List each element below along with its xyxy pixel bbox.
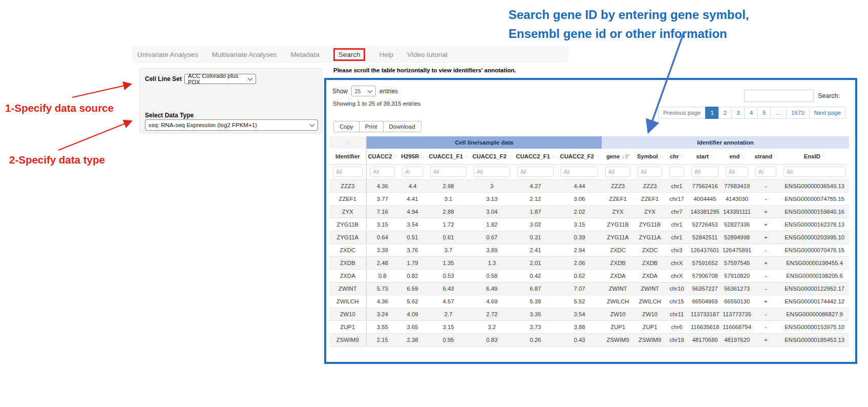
filter-input-symbol[interactable] xyxy=(638,167,662,177)
page-button-1[interactable]: 1 xyxy=(705,107,718,119)
cell-cuacc2-f2: 3.06 xyxy=(557,192,602,205)
filter-cell xyxy=(470,164,514,179)
nav-item-video-tutorial[interactable]: Video tutorial xyxy=(407,51,448,58)
cell-start: 126437601 xyxy=(688,243,722,256)
column-header-ensid[interactable]: EnsID↑↓ xyxy=(780,149,849,164)
filter-input-cuacc1-f1[interactable] xyxy=(430,167,467,177)
copy-button[interactable]: Copy xyxy=(333,121,359,132)
nav-item-metadata[interactable]: Metadata xyxy=(290,51,319,58)
page-button-3[interactable]: 3 xyxy=(731,107,745,119)
print-button[interactable]: Print xyxy=(359,121,384,132)
column-header-cuacc2[interactable]: CUACC2↑↓ xyxy=(366,149,398,164)
column-header-end[interactable]: end↑↓ xyxy=(722,149,752,164)
page-button-1573[interactable]: 1573 xyxy=(786,107,810,119)
blue-annotation-line1: Search gene ID by entering gene symbol, xyxy=(509,5,816,24)
cell-ensid: ENSG00000174442.12 xyxy=(780,295,849,308)
page-button-2[interactable]: 2 xyxy=(718,107,732,119)
cell-gene: ZXDC xyxy=(602,243,634,256)
next-page-button[interactable]: Next page xyxy=(809,107,846,119)
cell-cuacc2: 2.15 xyxy=(366,333,398,346)
results-panel: Show 25 entries Showing 1 to 25 of 39,31… xyxy=(324,78,857,364)
cell-end: 52894998 xyxy=(722,231,752,243)
cell-identifier: ZWILCH xyxy=(329,295,366,308)
filter-cell xyxy=(780,164,849,179)
navbar: Univariate AnalysesMultivariate Analyses… xyxy=(132,46,568,63)
filter-input-cuacc2[interactable] xyxy=(370,167,395,177)
cell-start: 116635618 xyxy=(688,320,722,333)
column-header-cuacc1-f1[interactable]: CUACC1_F1↑↓ xyxy=(427,149,470,164)
cell-symbol: ZWILCH xyxy=(634,295,666,308)
page-ellipsis[interactable]: … xyxy=(770,107,787,119)
data-type-select[interactable]: xsq: RNA-seq Expression (log2 FPKM+1) xyxy=(145,119,318,131)
filter-input-strand[interactable] xyxy=(755,167,776,177)
sort-icon: ↑↓ xyxy=(774,154,777,159)
nav-item-univariate-analyses[interactable]: Univariate Analyses xyxy=(137,51,198,58)
cell-ensid: ENSG00000198205.6 xyxy=(780,269,849,282)
cell-start: 48170680 xyxy=(688,333,722,346)
chevron-down-icon xyxy=(248,76,253,81)
sort-icon: ↑↓ xyxy=(741,154,745,159)
cell-cuacc1-f2: 6.49 xyxy=(470,282,514,295)
previous-page-button[interactable]: Previous page xyxy=(658,107,706,119)
nav-item-search[interactable]: Search xyxy=(333,48,366,61)
download-button[interactable]: Download xyxy=(383,121,421,132)
page-button-5[interactable]: 5 xyxy=(757,107,771,119)
filter-input-cuacc1-f2[interactable] xyxy=(474,167,510,177)
nav-item-help[interactable]: Help xyxy=(379,51,393,58)
search-input[interactable] xyxy=(744,90,814,102)
blue-annotation-text: Search gene ID by entering gene symbol, … xyxy=(509,5,816,43)
cell-symbol: ZXDC xyxy=(634,243,666,256)
cell-ensid: ENSG00000074755.15 xyxy=(780,192,849,205)
cell-chr: chr1 xyxy=(666,218,688,231)
cell-h295r: 4.09 xyxy=(398,308,427,320)
cell-symbol: ZSWIM9 xyxy=(634,333,666,346)
cell-symbol: ZYX xyxy=(634,205,666,218)
filter-input-cuacc2-f2[interactable] xyxy=(561,167,598,177)
column-header-cuacc2-f2[interactable]: CUACC2_F2↑↓ xyxy=(557,149,602,164)
entries-label: entries xyxy=(379,88,398,95)
cell-symbol: ZYG11A xyxy=(634,231,666,243)
filter-input-h295r[interactable] xyxy=(402,167,423,177)
cell-identifier: ZZEF1 xyxy=(329,192,366,205)
cell-symbol: ZWINT xyxy=(634,282,666,295)
cell-chr: chrX xyxy=(666,256,688,269)
column-header-gene[interactable]: gene↓ xyxy=(602,149,634,164)
page-length-select[interactable]: 25 xyxy=(351,86,376,96)
column-header-chr[interactable]: chr↑↓ xyxy=(666,149,688,164)
cell-chr: chr11 xyxy=(666,308,688,320)
cell-line-set-value: ACC Colorado plus PDX xyxy=(188,73,244,85)
sort-icon: ↑↓ xyxy=(508,154,512,159)
filter-input-chr[interactable] xyxy=(669,167,684,177)
filter-input-identifier[interactable] xyxy=(333,167,363,177)
page-button-4[interactable]: 4 xyxy=(745,107,758,119)
cell-h295r: 3.54 xyxy=(398,218,427,231)
group-header-cell-line-sample-data: Cell line/sample data xyxy=(366,136,602,149)
filter-input-start[interactable] xyxy=(691,167,718,177)
column-header-symbol[interactable]: Symbol↑↓ xyxy=(634,149,666,164)
filter-input-ensid[interactable] xyxy=(784,167,845,177)
cell-cuacc2-f2: 2.94 xyxy=(557,243,602,256)
cell-identifier: ZZZ3 xyxy=(329,179,366,192)
table-row: ZSWIM92.152.380.950.830.260.43ZSWIM9ZSWI… xyxy=(329,333,849,346)
column-header-start[interactable]: start↑↓ xyxy=(688,149,722,164)
export-button-group: CopyPrintDownload xyxy=(333,121,421,132)
cell-identifier: ZW10 xyxy=(329,308,366,320)
nav-item-multivariate-analyses[interactable]: Multivariate Analyses xyxy=(212,51,277,58)
filter-input-cuacc2-f1[interactable] xyxy=(517,167,554,177)
show-label: Show xyxy=(332,88,348,95)
cell-end: 52827336 xyxy=(722,218,752,231)
column-header-strand[interactable]: strand↑↓ xyxy=(752,149,780,164)
cell-cuacc2-f2: 0.43 xyxy=(557,333,602,346)
column-header-cuacc2-f1[interactable]: CUACC2_F1↑↓ xyxy=(514,149,557,164)
cell-chr: chr19 xyxy=(666,333,688,346)
cell-gene: ZYX xyxy=(602,205,634,218)
cell-line-set-select[interactable]: ACC Colorado plus PDX xyxy=(184,74,256,84)
filter-input-gene[interactable] xyxy=(605,167,630,177)
cell-cuacc2-f2: 2.02 xyxy=(557,205,602,218)
cell-gene: ZUP1 xyxy=(602,320,634,333)
column-header-h295r[interactable]: H295R↑↓ xyxy=(398,149,427,164)
cell-end: 56361273 xyxy=(722,282,752,295)
column-header-cuacc1-f2[interactable]: CUACC1_F2↑↓ xyxy=(470,149,514,164)
column-header-identifier[interactable]: Identifier xyxy=(329,149,366,164)
filter-input-end[interactable] xyxy=(726,167,748,177)
